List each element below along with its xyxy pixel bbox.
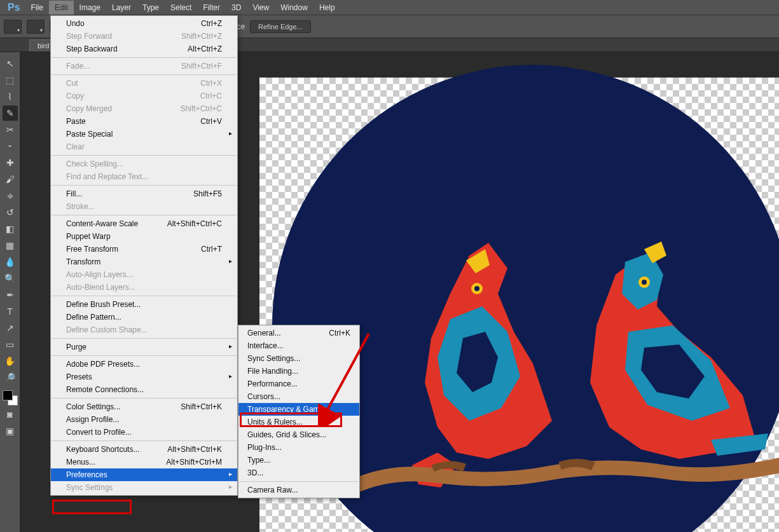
tool-dodge[interactable]: 🔍 <box>3 271 18 286</box>
tool-history-brush[interactable]: ↺ <box>3 205 18 220</box>
tool-marquee[interactable]: ⬚ <box>3 72 18 88</box>
edit-menu-item-menus[interactable]: Menus...Alt+Shift+Ctrl+M <box>51 456 237 468</box>
edit-menu-item-purge[interactable]: Purge <box>51 341 237 353</box>
edit-menu-item-auto-blend-layers: Auto-Blend Layers... <box>51 281 237 294</box>
edit-menu-item-define-custom-shape: Define Custom Shape... <box>51 324 237 336</box>
artwork-branch <box>355 433 779 510</box>
tool-quick-select[interactable]: ✎ <box>3 106 18 121</box>
edit-menu-item-auto-align-layers: Auto-Align Layers... <box>51 268 237 281</box>
tool-healing[interactable]: ✚ <box>3 155 18 170</box>
edit-menu-dropdown: UndoCtrl+ZStep ForwardShift+Ctrl+ZStep B… <box>50 15 238 496</box>
edit-menu-item-undo[interactable]: UndoCtrl+Z <box>51 17 237 30</box>
edit-menu-item-step-forward: Step ForwardShift+Ctrl+Z <box>51 30 237 43</box>
color-swatches[interactable] <box>3 390 18 406</box>
edit-menu-item-presets[interactable]: Presets <box>51 371 237 383</box>
tool-zoom[interactable]: 🔎 <box>3 370 18 385</box>
tool-brush[interactable]: 🖌 <box>3 172 18 187</box>
tool-crop[interactable]: ✂ <box>3 122 18 137</box>
tool-eyedropper[interactable]: ⁃ <box>3 139 18 154</box>
edit-menu-item-check-spelling: Check Spelling... <box>51 158 237 170</box>
pref-submenu-item-cursors[interactable]: Cursors... <box>238 390 359 403</box>
current-tool-preset[interactable] <box>4 20 22 34</box>
pref-submenu-item-sync-settings[interactable]: Sync Settings... <box>238 352 359 365</box>
edit-menu-item-preferences[interactable]: Preferences <box>51 468 237 481</box>
menu-window[interactable]: Window <box>275 1 314 15</box>
tool-rectangle[interactable]: ▭ <box>3 337 18 352</box>
menu-view[interactable]: View <box>247 1 275 15</box>
pref-submenu-item-plug-ins[interactable]: Plug-Ins... <box>238 441 359 454</box>
edit-menu-item-cut: CutCtrl+X <box>51 77 237 90</box>
menu-help[interactable]: Help <box>314 1 341 15</box>
menu-file[interactable]: File <box>25 1 49 15</box>
edit-menu-item-transform[interactable]: Transform <box>51 256 237 268</box>
edit-menu-item-content-aware-scale[interactable]: Content-Aware ScaleAlt+Shift+Ctrl+C <box>51 217 237 230</box>
edit-menu-item-fill[interactable]: Fill...Shift+F5 <box>51 188 237 200</box>
svg-point-3 <box>642 280 647 285</box>
pref-submenu-item-units-rulers[interactable]: Units & Rulers... <box>238 416 359 428</box>
edit-menu-item-define-brush-preset[interactable]: Define Brush Preset... <box>51 298 237 311</box>
tool-quickmask[interactable]: ◙ <box>3 407 18 422</box>
tool-screenmode[interactable]: ▣ <box>3 423 18 439</box>
edit-menu-item-fade: Fade...Shift+Ctrl+F <box>51 60 237 72</box>
menu-bar: Ps File Edit Image Layer Type Select Fil… <box>0 0 779 15</box>
pref-submenu-item-performance[interactable]: Performance... <box>238 378 359 390</box>
menu-filter[interactable]: Filter <box>197 1 226 15</box>
edit-menu-item-sync-settings: Sync Settings <box>51 481 237 494</box>
edit-menu-item-remote-connections[interactable]: Remote Connections... <box>51 383 237 396</box>
pref-submenu-item-file-handling[interactable]: File Handling... <box>238 365 359 378</box>
menu-3d[interactable]: 3D <box>226 1 247 15</box>
edit-menu-item-convert-to-profile[interactable]: Convert to Profile... <box>51 426 237 439</box>
refine-edge-button[interactable]: Refine Edge... <box>250 20 311 33</box>
pref-submenu-item-guides-grid-slices[interactable]: Guides, Grid & Slices... <box>238 428 359 441</box>
tools-panel: ↖ ⬚ ⌇ ✎ ✂ ⁃ ✚ 🖌 ⎆ ↺ ◧ ▦ 💧 🔍 ✒ T ↗ ▭ ✋ 🔎 … <box>0 52 20 532</box>
edit-menu-item-adobe-pdf-presets[interactable]: Adobe PDF Presets... <box>51 358 237 371</box>
menu-layer[interactable]: Layer <box>106 1 137 15</box>
edit-menu-item-define-pattern[interactable]: Define Pattern... <box>51 311 237 324</box>
edit-menu-item-stroke: Stroke... <box>51 200 237 213</box>
edit-menu-item-find-and-replace-text: Find and Replace Text... <box>51 170 237 183</box>
tool-type[interactable]: T <box>3 304 18 319</box>
menu-select[interactable]: Select <box>165 1 197 15</box>
edit-menu-item-assign-profile[interactable]: Assign Profile... <box>51 413 237 426</box>
edit-menu-item-copy: CopyCtrl+C <box>51 90 237 102</box>
menu-image[interactable]: Image <box>74 1 106 15</box>
brush-size-preset[interactable] <box>27 20 45 34</box>
pref-submenu-item-general[interactable]: General...Ctrl+K <box>238 327 359 339</box>
app-logo: Ps <box>3 2 25 13</box>
edit-menu-item-free-transform[interactable]: Free TransformCtrl+T <box>51 243 237 256</box>
tool-gradient[interactable]: ▦ <box>3 238 18 253</box>
tool-blur[interactable]: 💧 <box>3 254 18 269</box>
tool-hand[interactable]: ✋ <box>3 353 18 369</box>
tool-path-select[interactable]: ↗ <box>3 320 18 336</box>
edit-menu-item-color-settings[interactable]: Color Settings...Shift+Ctrl+K <box>51 400 237 413</box>
menu-edit[interactable]: Edit <box>49 1 74 15</box>
pref-submenu-item-camera-raw[interactable]: Camera Raw... <box>238 484 359 496</box>
preferences-submenu: General...Ctrl+KInterface...Sync Setting… <box>238 325 360 498</box>
edit-menu-item-keyboard-shortcuts[interactable]: Keyboard Shortcuts...Alt+Shift+Ctrl+K <box>51 443 237 456</box>
pref-submenu-item-interface[interactable]: Interface... <box>238 339 359 352</box>
pref-submenu-item-transparency-gamut[interactable]: Transparency & Gamut... <box>238 403 359 416</box>
edit-menu-item-step-backward[interactable]: Step BackwardAlt+Ctrl+Z <box>51 43 237 55</box>
svg-point-1 <box>474 286 479 291</box>
tool-lasso[interactable]: ⌇ <box>3 89 18 104</box>
edit-menu-item-puppet-warp[interactable]: Puppet Warp <box>51 230 237 243</box>
pref-submenu-item-3d[interactable]: 3D... <box>238 467 359 479</box>
pref-submenu-item-type[interactable]: Type... <box>238 454 359 467</box>
edit-menu-item-copy-merged: Copy MergedShift+Ctrl+C <box>51 102 237 115</box>
tool-pen[interactable]: ✒ <box>3 287 18 303</box>
edit-menu-item-paste-special[interactable]: Paste Special <box>51 128 237 140</box>
edit-menu-item-paste[interactable]: PasteCtrl+V <box>51 115 237 128</box>
tool-move[interactable]: ↖ <box>3 56 18 71</box>
menu-type[interactable]: Type <box>137 1 165 15</box>
tool-clone[interactable]: ⎆ <box>3 188 18 203</box>
tool-eraser[interactable]: ◧ <box>3 221 18 236</box>
edit-menu-item-clear: Clear <box>51 140 237 153</box>
